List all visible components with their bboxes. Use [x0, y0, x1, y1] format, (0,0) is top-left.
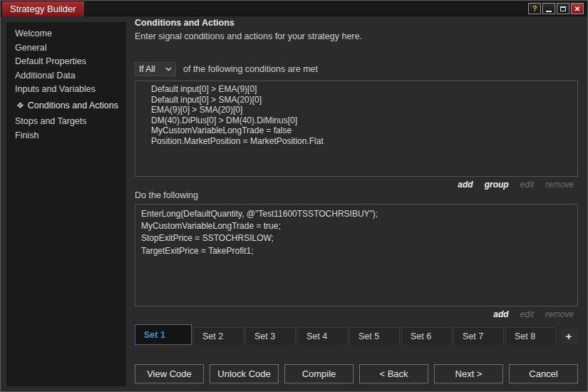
- close-button[interactable]: ✕: [571, 3, 584, 14]
- maximize-icon: [560, 6, 566, 11]
- view-code-button[interactable]: View Code: [135, 364, 204, 383]
- main-panel: Conditions and Actions Enter signal cond…: [135, 18, 578, 345]
- compile-button[interactable]: Compile: [284, 364, 354, 383]
- conditions-listbox[interactable]: Default input[0] > EMA(9)[0] Default inp…: [135, 81, 578, 177]
- window-title: Strategy Builder: [2, 1, 84, 16]
- close-icon: ✕: [574, 5, 580, 13]
- help-icon: ?: [532, 4, 537, 13]
- strategy-builder-window: Strategy Builder ? ✕ Welcome General Def…: [0, 0, 588, 392]
- condition-item[interactable]: Default input[0] > EMA(9)[0]: [151, 84, 577, 95]
- conditions-links: add group edit remove: [135, 177, 578, 190]
- tab-set-3[interactable]: Set 3: [245, 327, 296, 345]
- page-description: Enter signal conditions and actions for …: [135, 31, 578, 41]
- action-item[interactable]: TargetExitPrice = TakeProfit1;: [141, 245, 577, 257]
- sidebar-item-conditions-and-actions[interactable]: ❖Conditions and Actions: [6, 99, 126, 113]
- actions-section-label: Do the following: [135, 190, 578, 200]
- current-step-icon: ❖: [16, 100, 24, 110]
- action-item[interactable]: StopExitPrice = SSTOCHRSILOW;: [141, 232, 577, 244]
- page-title: Conditions and Actions: [135, 18, 578, 28]
- wizard-buttons: View Code Unlock Code Compile < Back Nex…: [135, 364, 578, 383]
- next-button[interactable]: Next >: [434, 364, 503, 383]
- minimize-button[interactable]: [542, 3, 555, 14]
- sidebar-item-default-properties[interactable]: Default Properties: [6, 55, 126, 69]
- maximize-button[interactable]: [557, 3, 569, 14]
- actions-edit-link: edit: [520, 309, 534, 319]
- condition-mode-dropdown[interactable]: If All: [135, 62, 176, 76]
- actions-remove-link: remove: [545, 309, 574, 319]
- condition-item[interactable]: DM(40).DiPlus[0] > DM(40).DiMinus[0]: [151, 115, 577, 126]
- tab-set-1[interactable]: Set 1: [135, 324, 192, 345]
- title-bar[interactable]: Strategy Builder ? ✕: [1, 1, 587, 16]
- sidebar-item-welcome[interactable]: Welcome: [6, 27, 126, 41]
- back-button[interactable]: < Back: [359, 364, 428, 383]
- set-tabs: Set 1 Set 2 Set 3 Set 4 Set 5 Set 6 Set …: [135, 324, 578, 345]
- cancel-button[interactable]: Cancel: [509, 364, 578, 383]
- condition-mode-row: If All of the following conditions are m…: [135, 62, 578, 76]
- window-controls: ? ✕: [528, 3, 584, 14]
- condition-mode-value: If All: [139, 64, 165, 74]
- condition-item[interactable]: Position.MarketPosition = MarketPosition…: [151, 136, 577, 147]
- sidebar-item-stops-and-targets[interactable]: Stops and Targets: [6, 115, 126, 129]
- tab-set-6[interactable]: Set 6: [401, 327, 452, 345]
- minimize-icon: [546, 11, 552, 12]
- unlock-code-button[interactable]: Unlock Code: [210, 364, 279, 383]
- sidebar-item-label: Conditions and Actions: [28, 100, 118, 110]
- tab-set-5[interactable]: Set 5: [349, 327, 400, 345]
- wizard-steps-sidebar: Welcome General Default Properties Addit…: [6, 22, 126, 386]
- action-item[interactable]: EnterLong(DefaultQuantity, @"Test11600TS…: [141, 208, 577, 220]
- tab-set-8[interactable]: Set 8: [505, 327, 556, 345]
- sidebar-item-finish[interactable]: Finish: [6, 129, 126, 143]
- sidebar-item-additional-data[interactable]: Additional Data: [6, 69, 126, 83]
- condition-item[interactable]: MyCustomVariableLongTrade = false: [151, 125, 577, 136]
- conditions-remove-link: remove: [545, 180, 574, 190]
- conditions-add-link[interactable]: add: [458, 180, 473, 190]
- tab-set-7[interactable]: Set 7: [453, 327, 504, 345]
- actions-links: add edit remove: [135, 306, 578, 319]
- condition-item[interactable]: Default input[0] > SMA(20)[0]: [151, 95, 577, 105]
- sidebar-item-general[interactable]: General: [6, 41, 126, 56]
- chevron-down-icon: [165, 67, 172, 71]
- help-button[interactable]: ?: [528, 3, 541, 14]
- action-item[interactable]: MyCustomVariableLongTrade = true;: [141, 220, 577, 232]
- conditions-edit-link: edit: [520, 180, 534, 190]
- sidebar-item-inputs-and-variables[interactable]: Inputs and Variables: [6, 83, 126, 97]
- tab-set-4[interactable]: Set 4: [297, 327, 348, 345]
- actions-listbox[interactable]: EnterLong(DefaultQuantity, @"Test11600TS…: [135, 204, 578, 306]
- conditions-group-link[interactable]: group: [485, 180, 509, 190]
- add-set-button[interactable]: +: [560, 327, 577, 344]
- actions-add-link[interactable]: add: [493, 309, 508, 319]
- tab-set-2[interactable]: Set 2: [193, 327, 244, 345]
- condition-item[interactable]: EMA(9)[0] > SMA(20)[0]: [151, 105, 577, 115]
- condition-mode-suffix: of the following conditions are met: [183, 64, 318, 74]
